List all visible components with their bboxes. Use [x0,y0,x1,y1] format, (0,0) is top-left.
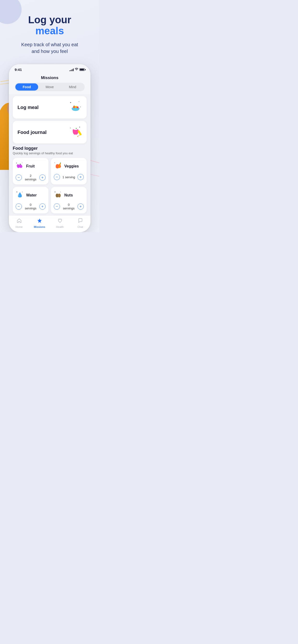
nuts-servings-label: 0 servings [62,203,76,210]
page-background: Log your meals Keep track of what you ea… [0,0,99,232]
svg-text:×: × [18,165,18,166]
nuts-card: ✦ + [51,187,87,214]
fruit-label: Fruit [26,164,35,168]
fruit-icon: ✦ + × × [16,161,24,171]
veggies-controls: − 1 serving + [54,174,84,180]
nuts-label: Nuts [64,193,73,198]
veggies-increase-button[interactable]: + [77,174,84,180]
fruit-decrease-button[interactable]: − [16,174,22,181]
bottom-navigation: Home Missions Heal [9,216,90,232]
nuts-decrease-button[interactable]: − [54,204,60,210]
veggies-card: + ✦ Veggies [51,158,87,184]
svg-text:+: + [80,106,81,108]
svg-text:✦: ✦ [70,102,72,104]
home-icon [17,218,22,225]
signal-bars-icon [69,68,74,71]
health-heart-icon [57,218,63,225]
nav-chat[interactable]: Chat [73,218,88,228]
log-meal-card[interactable]: Log meal ✦ + + [13,96,87,118]
svg-text:+: + [60,191,61,193]
svg-text:+: + [78,134,80,136]
content-area: Log meal ✦ + + [9,94,90,216]
missions-title: Missions [13,76,87,80]
veggies-servings-label: 1 serving [62,176,76,179]
nuts-icon: ✦ + [54,190,62,200]
missions-header: Missions Food Move Mind [9,74,90,91]
nav-missions[interactable]: Missions [32,218,47,228]
food-logger-section: Food logger Quickly log servings of heal… [13,146,87,214]
water-card: ✦ + Water [13,187,49,214]
water-controls: − 0 servings + [16,203,46,210]
svg-point-4 [73,106,75,108]
hero-title-line1: Log your [28,14,71,26]
nuts-controls: − 0 servings + [54,203,84,210]
tab-pills-container: Food Move Mind [15,83,85,91]
log-meal-title: Log meal [18,105,39,110]
svg-text:+: + [70,127,71,129]
home-nav-label: Home [16,226,23,228]
hero-title-line2: meals [35,25,64,36]
svg-text:✦: ✦ [16,191,18,193]
water-increase-button[interactable]: + [39,204,46,210]
tab-move[interactable]: Move [38,84,61,90]
water-servings-label: 0 servings [24,203,37,210]
chat-bubble-icon [78,218,83,225]
veggies-decrease-button[interactable]: − [54,174,60,180]
missions-nav-label: Missions [34,226,45,228]
svg-text:+: + [78,101,79,102]
food-journal-title: Food journal [18,130,47,135]
health-nav-label: Health [56,226,64,228]
fruit-controls: − 2 servings + [16,174,46,181]
chat-nav-label: Chat [77,226,83,228]
hero-subtitle: Keep track of what you eatand how you fe… [5,41,95,54]
svg-text:✦: ✦ [79,126,80,128]
tab-mind[interactable]: Mind [61,84,84,90]
battery-icon [79,68,85,71]
svg-text:+: + [22,191,23,193]
svg-text:+: + [54,162,55,164]
missions-star-icon [37,218,42,225]
fruit-increase-button[interactable]: + [39,174,46,181]
hero-title: Log your meals [5,14,95,36]
water-icon: ✦ + [16,190,24,200]
food-grid: ✦ + × × [13,158,87,214]
meal-bowl-icon: ✦ + + [69,100,82,114]
status-time: 9:41 [15,68,22,72]
veggies-icon: + ✦ [54,161,62,171]
water-decrease-button[interactable]: − [16,204,22,210]
water-label: Water [26,193,37,198]
nuts-increase-button[interactable]: + [77,204,84,210]
svg-text:✦: ✦ [16,162,17,164]
svg-text:✦: ✦ [54,191,56,193]
svg-rect-10 [77,130,82,136]
phone-mockup-container: 9:41 [0,64,99,232]
phone-mockup: 9:41 [9,64,90,232]
tab-food[interactable]: Food [15,84,38,90]
status-icons [69,68,85,72]
fruit-servings-label: 2 servings [24,174,37,181]
nav-health[interactable]: Health [53,218,67,228]
fruit-card: ✦ + × × [13,158,49,184]
hero-section: Log your meals Keep track of what you ea… [0,0,99,62]
veggies-label: Veggies [64,164,79,168]
wifi-icon [75,68,78,72]
svg-point-6 [77,106,78,108]
food-logger-title: Food logger [13,146,87,151]
food-journal-card[interactable]: Food journal + ✦ + [13,121,87,144]
svg-text:×: × [20,165,21,166]
nav-home[interactable]: Home [12,218,26,228]
food-logger-subtitle: Quickly log servings of healthy food you… [13,152,87,155]
food-journal-icon: + ✦ + [69,125,82,139]
svg-text:+: + [22,162,23,164]
status-bar: 9:41 [9,64,90,74]
